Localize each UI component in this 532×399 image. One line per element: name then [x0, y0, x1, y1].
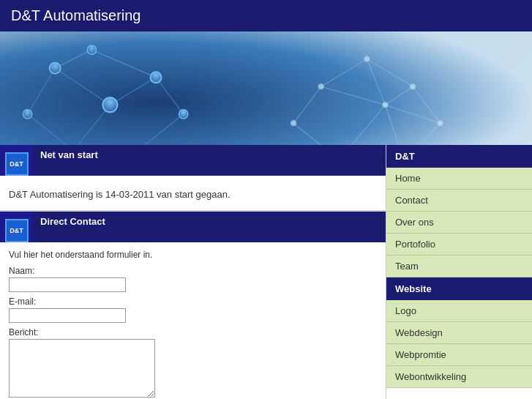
- svg-point-35: [438, 121, 443, 127]
- naam-input[interactable]: [9, 277, 126, 292]
- section-body-1: D&T Automatisering is 14-03-2011 van sta…: [0, 176, 386, 210]
- section-heading-1: Net van start: [33, 145, 386, 176]
- section-header-row-1: D&T Net van start: [0, 145, 386, 176]
- email-field-group: E-mail:: [9, 297, 377, 323]
- naam-label: Naam:: [9, 266, 377, 276]
- svg-point-16: [179, 110, 188, 119]
- sidebar-item-portofolio[interactable]: Portofolio: [386, 234, 532, 256]
- site-header: D&T Automatisering: [0, 0, 532, 31]
- sidebar-item-contact[interactable]: Contact: [386, 190, 532, 212]
- icon-badge-label-1: D&T: [10, 160, 23, 168]
- sidebar-item-webontwikkeling[interactable]: Webontwikkeling: [386, 366, 532, 388]
- svg-point-36: [291, 121, 296, 127]
- sidebar-item-over-ons[interactable]: Over ons: [386, 212, 532, 234]
- hero-network-svg: [0, 31, 532, 145]
- email-input[interactable]: [9, 308, 126, 323]
- svg-point-15: [151, 72, 162, 83]
- bericht-field-group: Bericht:: [9, 327, 377, 399]
- sidebar-item-webpromtie[interactable]: Webpromtie: [386, 344, 532, 366]
- section-icon-2: D&T: [0, 212, 33, 242]
- sidebar-category-dt: D&T: [386, 145, 532, 168]
- hero-banner: [0, 31, 532, 145]
- page-wrapper: D&T Automatisering: [0, 0, 532, 399]
- section-body-2: Vul hier het onderstaand formulier in. N…: [0, 242, 386, 399]
- net-van-start-section: D&T Net van start D&T Automatisering is …: [0, 145, 386, 212]
- bericht-label: Bericht:: [9, 327, 377, 338]
- svg-point-12: [102, 97, 117, 112]
- sidebar-item-webdesign[interactable]: Webdesign: [386, 322, 532, 344]
- content-area: D&T Net van start D&T Automatisering is …: [0, 145, 386, 399]
- email-label: E-mail:: [9, 297, 377, 307]
- svg-point-39: [383, 102, 389, 108]
- site-title: D&T Automatisering: [11, 7, 141, 23]
- icon-badge-label-2: D&T: [10, 227, 23, 234]
- sidebar-item-team[interactable]: Team: [386, 256, 532, 277]
- svg-point-13: [23, 110, 32, 119]
- sidebar-category-website: Website: [386, 277, 532, 300]
- icon-badge-2: D&T: [5, 219, 29, 242]
- main-layout: D&T Net van start D&T Automatisering is …: [0, 145, 532, 399]
- section-header-row-2: D&T Direct Contact: [0, 212, 386, 242]
- bericht-textarea[interactable]: [9, 339, 155, 398]
- sidebar-item-logo[interactable]: Logo: [386, 300, 532, 322]
- svg-rect-0: [0, 31, 532, 145]
- icon-badge-1: D&T: [5, 152, 29, 176]
- form-intro: Vul hier het onderstaand formulier in.: [9, 250, 377, 260]
- svg-point-33: [364, 56, 370, 62]
- sidebar: D&T Home Contact Over ons Portofolio Tea…: [386, 145, 532, 399]
- direct-contact-section: D&T Direct Contact Vul hier het ondersta…: [0, 212, 386, 399]
- svg-point-34: [410, 83, 416, 89]
- sidebar-item-home[interactable]: Home: [386, 168, 532, 190]
- svg-point-18: [87, 45, 97, 55]
- section-icon-1: D&T: [0, 145, 33, 176]
- section-heading-2: Direct Contact: [33, 212, 386, 242]
- svg-point-32: [318, 83, 324, 89]
- intro-text: D&T Automatisering is 14-03-2011 van sta…: [9, 183, 377, 203]
- svg-point-11: [50, 63, 61, 74]
- naam-field-group: Naam:: [9, 266, 377, 292]
